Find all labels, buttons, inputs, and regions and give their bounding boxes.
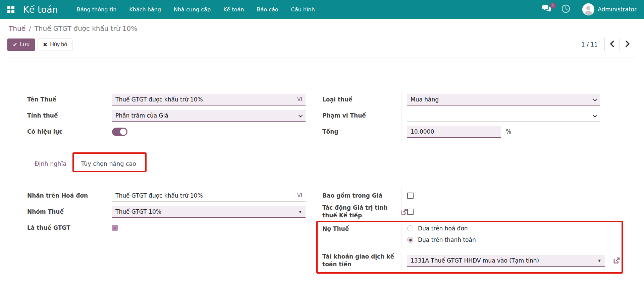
external-link-icon[interactable] — [612, 256, 621, 265]
tax-scope-value — [407, 110, 600, 122]
radio-icon — [407, 225, 413, 231]
invoice-label-value: Thuế GTGT được khấu trừ 10% — [112, 190, 306, 202]
toggle-knob — [120, 129, 126, 135]
apps-grid-dot — [11, 10, 14, 13]
nav-dashboard[interactable]: Bảng thông tin — [77, 6, 117, 13]
tax-name-input[interactable]: Thuế GTGT được khấu trừ 10% VI — [112, 94, 306, 105]
cash-basis-account-value: 1331A Thuế GTGT HHDV mua vào (Tạm tính) — [407, 255, 605, 267]
pager-next-button[interactable] — [620, 38, 635, 51]
tax-computation-select[interactable]: Phần trăm của Giá — [112, 110, 306, 122]
avatar — [582, 3, 594, 15]
topbar: Kế toán Bảng thông tin Khách hàng Nhà cu… — [0, 0, 644, 19]
breadcrumb: Thuế / Thuế GTGT được khấu trừ 10% — [0, 19, 644, 34]
discard-button-label: Hủy bỏ — [50, 42, 67, 48]
amount-label: Tổng — [322, 128, 401, 136]
breadcrumb-parent[interactable]: Thuế — [9, 24, 25, 32]
tab-definition[interactable]: Định nghĩa — [27, 156, 74, 172]
included-in-price-checkbox[interactable] — [407, 193, 414, 199]
check-icon: ✔ — [13, 42, 17, 48]
tax-group-select[interactable]: Thuế GTGT 10% ▼ — [112, 206, 306, 218]
field-row-tax-group: Nhóm Thuế Thuế GTGT 10% ▼ — [27, 204, 306, 220]
apps-grid-icon[interactable] — [7, 6, 14, 13]
chevron-right-icon — [625, 41, 630, 49]
tax-due-label: Nợ Thuế — [322, 223, 401, 233]
field-row-tax-computation: Tính thuế Phần trăm của Giá — [27, 108, 306, 124]
amount-input[interactable]: 10,0000 — [407, 126, 501, 138]
invoice-label-label: Nhãn trên Hoá đơn — [27, 192, 106, 200]
tax-type-label: Loại thuế — [322, 96, 401, 103]
affect-base-checkbox[interactable] — [407, 209, 414, 215]
invoice-label-input[interactable]: Thuế GTGT được khấu trừ 10% VI — [112, 190, 306, 202]
translate-badge[interactable]: VI — [297, 96, 302, 102]
messages-button[interactable]: 1 — [542, 5, 551, 14]
user-menu[interactable]: Administrator — [582, 3, 637, 15]
save-button[interactable]: ✔ Lưu — [7, 39, 35, 51]
tab-advanced-options[interactable]: Tùy chọn nâng cao — [74, 156, 144, 172]
chevron-left-icon — [610, 41, 614, 49]
tax-name-label: Tên Thuế — [27, 96, 106, 103]
save-button-label: Lưu — [20, 42, 30, 48]
app-title[interactable]: Kế toán — [23, 4, 58, 15]
topbar-right: 1 Administrator — [542, 3, 637, 15]
pager-previous-button[interactable] — [604, 38, 620, 51]
nav-settings[interactable]: Cấu hình — [291, 6, 315, 13]
clock-icon — [561, 4, 570, 14]
translate-badge[interactable]: VI — [297, 193, 302, 199]
tax-computation-value: Phần trăm của Giá — [112, 110, 306, 122]
discard-button[interactable]: ✖ Hủy bỏ — [38, 39, 72, 51]
tax-name-value: Thuế GTGT được khấu trừ 10% — [112, 94, 306, 105]
apps-grid-dot — [7, 6, 10, 9]
form-lower: Nhãn trên Hoá đơn Thuế GTGT được khấu tr… — [7, 172, 637, 269]
field-row-is-vat: Là thuế GTGT ✓ — [27, 220, 306, 236]
radio-based-on-payment[interactable]: Dựa trên thanh toán — [407, 236, 476, 243]
form-card: Tên Thuế Thuế GTGT được khấu trừ 10% VI … — [7, 58, 637, 283]
tax-scope-label: Phạm vi Thuế — [322, 112, 401, 120]
field-row-invoice-label: Nhãn trên Hoá đơn Thuế GTGT được khấu tr… — [27, 188, 306, 204]
radio-based-on-invoice[interactable]: Dựa trên hoá đơn — [407, 225, 476, 232]
field-row-active: Có hiệu lực — [27, 124, 306, 140]
field-row-included-in-price: Bao gồm trong Giá — [322, 188, 627, 204]
active-label: Có hiệu lực — [27, 128, 106, 136]
nav-accounting[interactable]: Kế toán — [223, 6, 244, 13]
nav-reports[interactable]: Báo cáo — [257, 6, 278, 13]
apps-grid-dot — [7, 10, 10, 13]
tax-computation-label: Tính thuế — [27, 112, 106, 120]
tax-scope-select[interactable] — [407, 110, 600, 122]
is-vat-checkbox[interactable]: ✓ — [112, 225, 118, 231]
x-icon: ✖ — [43, 42, 47, 48]
field-row-tax-due: Nợ Thuế Dựa trên hoá đơn Dựa trên thanh … — [322, 220, 627, 245]
field-row-amount: Tổng 10,0000 % — [322, 124, 627, 140]
nav-customers[interactable]: Khách hàng — [129, 6, 161, 13]
nav-vendors[interactable]: Nhà cung cấp — [174, 6, 211, 13]
field-row-cash-basis-account: Tài khoản giao dịch kế toán tiền 1331A T… — [322, 253, 627, 269]
field-row-tax-name: Tên Thuế Thuế GTGT được khấu trừ 10% VI — [27, 91, 306, 108]
form-upper: Tên Thuế Thuế GTGT được khấu trừ 10% VI … — [7, 58, 637, 140]
active-toggle[interactable] — [112, 128, 127, 136]
action-row: ✔ Lưu ✖ Hủy bỏ 1 / 11 — [0, 34, 644, 56]
messages-badge: 1 — [550, 2, 556, 9]
main-nav: Bảng thông tin Khách hàng Nhà cung cấp K… — [77, 6, 315, 13]
check-glyph: ✓ — [113, 225, 117, 230]
breadcrumb-current: Thuế GTGT được khấu trừ 10% — [35, 24, 138, 32]
pager: 1 / 11 — [581, 38, 635, 51]
breadcrumb-separator: / — [29, 24, 31, 32]
tax-type-select[interactable]: Mua hàng — [407, 94, 600, 105]
activities-button[interactable] — [561, 4, 570, 14]
field-row-tax-type: Loại thuế Mua hàng — [322, 91, 627, 108]
radio-label: Dựa trên thanh toán — [418, 236, 476, 243]
percent-suffix: % — [506, 128, 511, 135]
apps-grid-dot — [11, 6, 14, 9]
field-row-affect-base: Tác động Giá trị tính thuế Kế tiếp — [322, 204, 627, 220]
field-row-tax-scope: Phạm vi Thuế — [322, 108, 627, 124]
user-name: Administrator — [598, 6, 637, 13]
tab-strip: Định nghĩa Tùy chọn nâng cao — [27, 156, 627, 172]
radio-label: Dựa trên hoá đơn — [418, 225, 468, 232]
cash-basis-account-label: Tài khoản giao dịch kế toán tiền — [322, 253, 401, 268]
screen: Kế toán Bảng thông tin Khách hàng Nhà cu… — [0, 0, 644, 283]
cash-basis-account-select[interactable]: 1331A Thuế GTGT HHDV mua vào (Tạm tính) … — [407, 255, 605, 267]
is-vat-label: Là thuế GTGT — [27, 224, 106, 232]
affect-base-label: Tác động Giá trị tính thuế Kế tiếp — [322, 204, 401, 219]
tax-due-radio-group: Dựa trên hoá đơn Dựa trên thanh toán — [407, 223, 476, 245]
amount-value: 10,0000 — [407, 126, 501, 138]
included-in-price-label: Bao gồm trong Giá — [322, 192, 401, 200]
